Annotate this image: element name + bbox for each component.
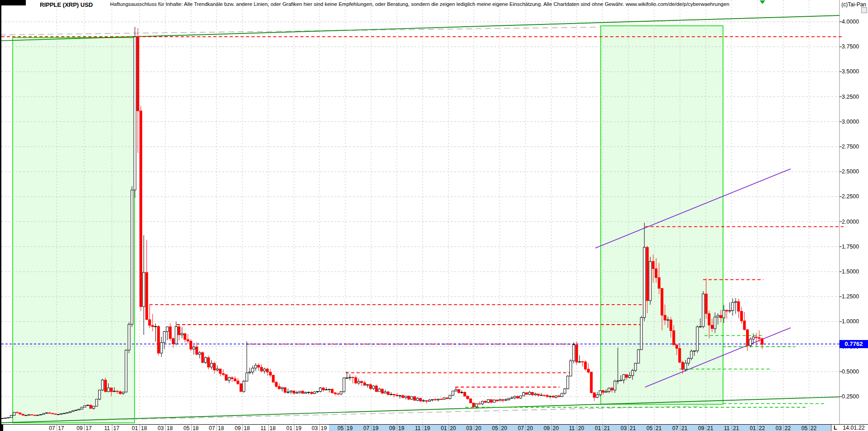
- date-axis-tick: [551, 425, 552, 431]
- date-axis-label-year: 19: [398, 425, 404, 431]
- date-axis-tick: [84, 425, 85, 431]
- date-axis-label-month: 01: [132, 425, 138, 431]
- date-axis-label-year: 19: [372, 425, 378, 431]
- price-axis-label: 0.5000: [842, 369, 859, 375]
- date-axis-label-year: 21: [630, 425, 636, 431]
- chart-title: RIPPLE (XRP) USD: [40, 1, 93, 8]
- date-axis-label-month: 09: [235, 425, 241, 431]
- date-axis-label-year: 17: [86, 425, 92, 431]
- corner-handle-top-left: [0, 0, 26, 5]
- date-axis-tick: [217, 425, 217, 431]
- date-axis-tick: [423, 425, 423, 431]
- price-axis-label: 2.0000: [842, 219, 859, 225]
- date-axis-label-year: 18: [193, 425, 198, 431]
- date-axis-label-month: 01: [595, 425, 601, 431]
- date-axis: 0717091711170118031805180718091811180119…: [0, 424, 868, 431]
- date-axis-tick: [809, 425, 810, 431]
- date-axis-tick: [165, 425, 166, 431]
- date-axis-tick: [397, 425, 397, 431]
- date-axis-label-year: 22: [759, 425, 765, 431]
- date-axis-label-month: 05: [801, 425, 807, 431]
- date-axis-tick: [732, 425, 732, 431]
- date-axis-label-month: 11: [569, 425, 574, 431]
- date-axis-label-month: 11: [104, 425, 110, 431]
- date-axis-tick: [112, 425, 112, 431]
- date-axis-label-month: 01: [441, 425, 447, 431]
- date-axis-label-month: 03: [466, 425, 472, 431]
- date-axis-label-month: 11: [415, 425, 420, 431]
- price-axis-label: 4.0000: [842, 19, 859, 25]
- date-axis-label-year: 18: [218, 425, 224, 431]
- date-axis-label-month: 07: [672, 425, 678, 431]
- date-axis-label-year: 20: [450, 425, 456, 431]
- date-axis-label-year: 20: [553, 425, 559, 431]
- date-axis-label-year: 20: [578, 425, 584, 431]
- price-axis-label: 1.0000: [842, 318, 859, 325]
- price-axis-label: 1.2500: [842, 293, 859, 300]
- date-axis-label-month: 03: [158, 425, 164, 431]
- date-axis-label-year: 21: [656, 425, 661, 431]
- date-axis-label-month: 09: [389, 425, 395, 431]
- date-axis-label-month: 07: [518, 425, 524, 431]
- date-axis-label-year: 18: [141, 425, 147, 431]
- date-axis-label-year: 20: [475, 425, 481, 431]
- date-axis-label-month: 07: [209, 425, 215, 431]
- date-axis-tick: [706, 425, 706, 431]
- date-axis-label-month: 05: [646, 425, 652, 431]
- date-axis-tick: [783, 425, 784, 431]
- period-toggle[interactable]: L: [831, 425, 840, 431]
- date-axis-label-year: 19: [424, 425, 430, 431]
- price-axis-label: 3.7500: [842, 43, 859, 50]
- price-axis-label: 2.7500: [842, 144, 859, 150]
- date-axis-tick: [757, 425, 758, 431]
- price-axis-label: 0.2500: [842, 393, 859, 400]
- disclaimer-text: Haftungsausschluss für Inhalte: Alle Tre…: [110, 1, 729, 7]
- price-axis-label: 2.5000: [842, 168, 859, 175]
- date-axis-label-month: 01: [286, 425, 292, 431]
- date-axis-tick: [345, 425, 346, 431]
- date-axis-label-year: 18: [167, 425, 173, 431]
- price-axis-label: 3.5000: [842, 68, 859, 75]
- date-axis-label-year: 18: [244, 425, 250, 431]
- date-axis-label-year: 17: [58, 425, 64, 431]
- date-axis-tick: [474, 425, 474, 431]
- date-axis-label-month: 05: [492, 425, 498, 431]
- date-axis-label-year: 19: [321, 425, 327, 431]
- current-price-badge: 0.7762: [839, 340, 868, 348]
- date-axis-label-year: 22: [785, 425, 791, 431]
- price-axis-label: 3.0000: [842, 119, 859, 125]
- date-axis-label-year: 20: [527, 425, 533, 431]
- date-axis-label-month: 09: [544, 425, 550, 431]
- date-axis-label-month: 03: [621, 425, 627, 431]
- date-axis-label-year: 17: [113, 425, 119, 431]
- date-axis-label-year: 19: [347, 425, 352, 431]
- date-axis-label-year: 21: [707, 425, 713, 431]
- date-axis-label-month: 09: [77, 425, 82, 431]
- date-axis-label-year: 19: [295, 425, 301, 431]
- date-axis-tick: [268, 425, 269, 431]
- date-axis-tick: [294, 425, 294, 431]
- date-axis-label-month: 03: [312, 425, 318, 431]
- current-date-arrow-icon: [760, 0, 765, 4]
- window-widget-box[interactable]: [861, 7, 867, 13]
- date-axis-tick: [526, 425, 526, 431]
- corner-handle-bottom-left: [0, 425, 3, 431]
- date-axis-tick: [654, 425, 655, 431]
- date-axis-label-year: 21: [604, 425, 610, 431]
- date-axis-label-month: 05: [338, 425, 343, 431]
- date-axis-tick: [57, 425, 57, 431]
- price-axis-label: 1.7500: [842, 244, 859, 250]
- price-axis-label: 3.2500: [842, 94, 859, 100]
- date-axis-label-month: 03: [776, 425, 781, 431]
- date-axis-tick: [242, 425, 243, 431]
- chart-plot-area[interactable]: [0, 0, 868, 431]
- copyright-label: (c)Tai-Pan: [841, 1, 866, 8]
- date-axis-tick: [577, 425, 577, 431]
- last-date-label: 14.01.22: [839, 425, 868, 431]
- date-axis-label-month: 01: [750, 425, 756, 431]
- price-axis-label: 1.5000: [842, 268, 859, 275]
- date-axis-tick: [371, 425, 371, 431]
- chart-left-border: [0, 0, 1, 431]
- date-axis-tick: [191, 425, 192, 431]
- date-axis-label-month: 07: [363, 425, 369, 431]
